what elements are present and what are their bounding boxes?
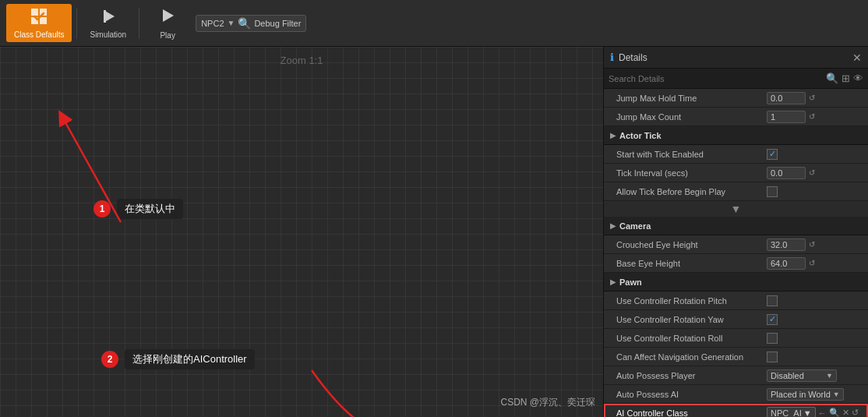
- prop-row-rotation-roll: Use Controller Rotation Roll: [604, 329, 868, 348]
- annotation-1-num: 1: [94, 200, 111, 217]
- prop-reset-crouched-eye-height[interactable]: ↺: [809, 240, 815, 249]
- prop-reset-jump-max-hold-time[interactable]: ↺: [809, 94, 815, 102]
- npc2-dropdown-arrow: ▼: [228, 19, 235, 27]
- auto-possess-ai-arrow: ▼: [833, 390, 840, 398]
- section-title-pawn: Pawn: [619, 277, 642, 287]
- prop-value-area-base-eye-height: 64.0 ↺: [767, 257, 868, 270]
- details-search-bar: 🔍 ⊞ 👁: [604, 69, 868, 89]
- prop-checkbox-rotation-pitch[interactable]: [767, 295, 778, 306]
- details-close-button[interactable]: ✕: [852, 51, 862, 64]
- prop-row-crouched-eye-height: Crouched Eye Height 32.0 ↺: [604, 235, 868, 254]
- ai-controller-value-group: NPC_AI ▼ ← 🔍 ✕ ↺: [767, 407, 859, 418]
- svg-rect-3: [40, 17, 47, 24]
- details-search-input[interactable]: [609, 74, 823, 83]
- prop-row-start-tick-enabled: Start with Tick Enabled: [604, 145, 868, 164]
- prop-row-auto-possess-player: Auto Possess Player Disabled ▼: [604, 366, 868, 385]
- section-header-camera[interactable]: ▶ Camera: [604, 217, 868, 235]
- prop-name-ai-controller-class: AI Controller Class: [610, 408, 767, 418]
- prop-name-start-tick-enabled: Start with Tick Enabled: [610, 150, 767, 159]
- zoom-label: Zoom 1:1: [281, 55, 323, 66]
- toolbar-separator-2: [139, 8, 139, 39]
- details-search-icon[interactable]: 🔍: [826, 72, 838, 84]
- auto-possess-ai-value: Placed in World: [771, 390, 831, 399]
- details-grid-icon[interactable]: ⊞: [842, 72, 850, 84]
- ai-controller-dropdown[interactable]: NPC_AI ▼: [767, 407, 816, 418]
- section-header-actor-tick[interactable]: ▶ Actor Tick: [604, 126, 868, 145]
- prop-reset-jump-max-count[interactable]: ↺: [809, 112, 815, 121]
- prop-row-auto-possess-ai: Auto Possess AI Placed in World ▼: [604, 385, 868, 404]
- prop-value-area-navigation-generation: [767, 352, 868, 362]
- svg-rect-5: [104, 10, 106, 23]
- prop-reset-tick-interval[interactable]: ↺: [809, 168, 815, 177]
- prop-value-jump-max-count[interactable]: 1: [767, 111, 806, 123]
- annotation-1: 1 在类默认中: [94, 199, 183, 219]
- prop-row-tick-interval: Tick Interval (secs) 0.0 ↺: [604, 164, 868, 182]
- prop-row-jump-max-count: Jump Max Count 1 ↺: [604, 108, 868, 126]
- prop-reset-base-eye-height[interactable]: ↺: [809, 259, 815, 267]
- prop-row-allow-tick-before-begin-play: Allow Tick Before Begin Play: [604, 182, 868, 201]
- section-header-pawn[interactable]: ▶ Pawn: [604, 273, 868, 292]
- annotation-1-text: 在类默认中: [117, 199, 183, 219]
- prop-row-ai-controller-class: AI Controller Class NPC_AI ▼ ← 🔍 ✕ ↺: [604, 404, 868, 417]
- prop-checkbox-rotation-roll[interactable]: [767, 333, 778, 344]
- ai-controller-clear-icon[interactable]: ✕: [842, 408, 849, 417]
- prop-row-rotation-pitch: Use Controller Rotation Pitch: [604, 292, 868, 310]
- ai-controller-reset-icon[interactable]: ↺: [852, 408, 859, 417]
- class-defaults-label: Class Defaults: [14, 30, 64, 39]
- ai-controller-search-icon[interactable]: 🔍: [829, 408, 840, 417]
- expand-row[interactable]: ▼: [604, 201, 868, 217]
- npc2-label: NPC2: [201, 19, 224, 28]
- ai-controller-browse-icon[interactable]: ←: [818, 408, 827, 418]
- class-defaults-button[interactable]: Class Defaults: [6, 4, 72, 42]
- prop-checkbox-allow-tick-before-begin-play[interactable]: [767, 186, 778, 197]
- prop-value-jump-max-hold-time[interactable]: 0.0: [767, 92, 806, 104]
- debug-search-icon[interactable]: 🔍: [238, 17, 251, 30]
- prop-name-navigation-generation: Can Affect Navigation Generation: [610, 352, 767, 362]
- prop-value-area-start-tick-enabled: [767, 149, 868, 160]
- prop-checkbox-rotation-yaw[interactable]: [767, 314, 778, 325]
- section-arrow-pawn: ▶: [610, 277, 616, 286]
- toolbar: Class Defaults Simulation Play NPC2 ▼ 🔍 …: [0, 0, 868, 47]
- arrows-overlay: [0, 47, 603, 417]
- blueprint-canvas[interactable]: Zoom 1:1 1 在类默认中 2 选择刚创建的AIController CS: [0, 47, 603, 417]
- prop-value-area-crouched-eye-height: 32.0 ↺: [767, 239, 868, 251]
- prop-value-area-rotation-pitch: [767, 295, 868, 306]
- props-list: Jump Max Hold Time 0.0 ↺ Jump Max Count …: [604, 89, 868, 417]
- debug-filter-group[interactable]: NPC2 ▼ 🔍 Debug Filter: [196, 15, 306, 32]
- prop-value-area-tick-interval: 0.0 ↺: [767, 167, 868, 179]
- annotation-2-num: 2: [101, 351, 118, 368]
- auto-possess-player-value: Disabled: [771, 371, 824, 380]
- prop-value-area-jump-max-count: 1 ↺: [767, 111, 868, 123]
- prop-name-auto-possess-ai: Auto Possess AI: [610, 390, 767, 399]
- details-title: Details: [619, 52, 647, 63]
- ai-controller-dropdown-arrow: ▼: [803, 408, 812, 418]
- toolbar-separator-1: [76, 8, 77, 39]
- prop-value-area-ai-controller-class: NPC_AI ▼ ← 🔍 ✕ ↺: [767, 407, 868, 418]
- prop-name-crouched-eye-height: Crouched Eye Height: [610, 240, 767, 249]
- prop-checkbox-navigation-generation[interactable]: [767, 352, 778, 362]
- prop-value-base-eye-height[interactable]: 64.0: [767, 257, 806, 270]
- class-defaults-icon: [30, 7, 48, 29]
- expand-arrow-icon: ▼: [731, 203, 742, 215]
- prop-checkbox-start-tick-enabled[interactable]: [767, 149, 778, 160]
- prop-name-rotation-yaw: Use Controller Rotation Yaw: [610, 315, 767, 324]
- prop-row-base-eye-height: Base Eye Height 64.0 ↺: [604, 254, 868, 273]
- simulation-button[interactable]: Simulation: [82, 4, 134, 42]
- prop-row-navigation-generation: Can Affect Navigation Generation: [604, 348, 868, 366]
- play-label: Play: [160, 31, 175, 40]
- svg-rect-0: [31, 9, 38, 16]
- prop-name-auto-possess-player: Auto Possess Player: [610, 371, 767, 380]
- section-arrow-actor-tick: ▶: [610, 131, 616, 140]
- prop-value-crouched-eye-height[interactable]: 32.0: [767, 239, 806, 251]
- prop-dropdown-auto-possess-ai[interactable]: Placed in World ▼: [767, 388, 844, 401]
- section-title-actor-tick: Actor Tick: [619, 131, 662, 140]
- section-title-camera: Camera: [619, 221, 651, 231]
- prop-row-jump-max-hold-time: Jump Max Hold Time 0.0 ↺: [604, 89, 868, 108]
- annotation-2-text: 选择刚创建的AIController: [125, 349, 255, 369]
- prop-dropdown-auto-possess-player[interactable]: Disabled ▼: [767, 369, 837, 382]
- details-eye-icon[interactable]: 👁: [853, 72, 863, 84]
- simulation-icon: [99, 7, 118, 29]
- prop-name-jump-max-hold-time: Jump Max Hold Time: [610, 94, 767, 103]
- prop-value-tick-interval[interactable]: 0.0: [767, 167, 806, 179]
- play-button[interactable]: Play: [144, 3, 191, 43]
